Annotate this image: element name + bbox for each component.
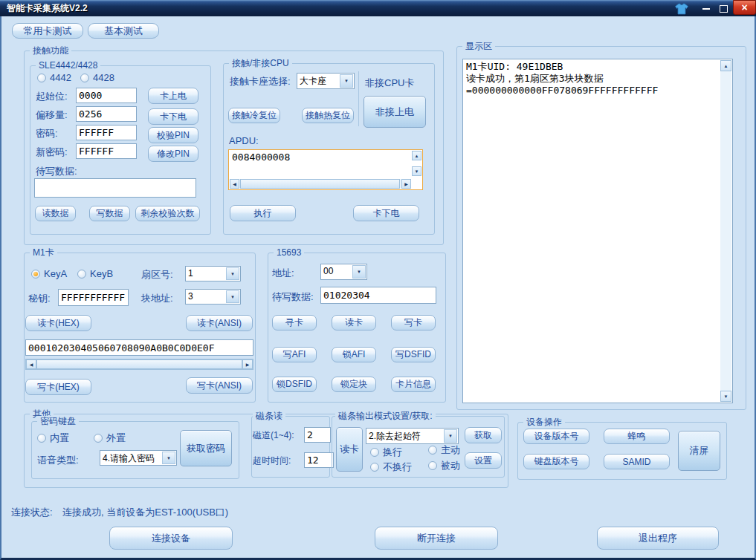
radio-4442-label: 4442 <box>50 72 71 83</box>
close-button[interactable]: × <box>733 0 756 15</box>
get-password-button[interactable]: 获取密码 <box>180 430 232 466</box>
address-label: 地址: <box>272 267 294 280</box>
seek-card-button[interactable]: 寻卡 <box>272 315 317 331</box>
verify-pin-button[interactable]: 校验PIN <box>148 127 198 143</box>
radio-4442[interactable]: 4442 <box>37 72 71 83</box>
voice-type-select[interactable]: 4.请输入密码 ▼ <box>100 450 177 466</box>
sector-select[interactable]: 1 ▼ <box>185 266 241 281</box>
socket-select[interactable]: 大卡座 ▼ <box>297 73 355 89</box>
display-scroll-up-icon[interactable]: ▲ <box>720 60 731 71</box>
chevron-down-icon[interactable]: ▼ <box>226 290 239 303</box>
mag-mode-get-button[interactable]: 获取 <box>465 427 502 443</box>
radio-newline[interactable]: 换行 <box>370 446 402 459</box>
write-afi-button[interactable]: 写AFI <box>272 347 317 362</box>
m1-hscroll-thumb[interactable] <box>36 359 242 369</box>
apdu-scroll-right-icon[interactable]: ▶ <box>401 179 411 189</box>
password-field[interactable] <box>76 125 137 140</box>
m1-data-field[interactable] <box>25 339 253 356</box>
read-card-hex-button[interactable]: 读卡(HEX) <box>25 315 91 331</box>
contact-hot-reset-button[interactable]: 接触热复位 <box>302 108 354 123</box>
new-password-label: 新密码: <box>36 146 68 159</box>
chevron-down-icon[interactable]: ▼ <box>444 429 457 443</box>
connect-device-button[interactable]: 连接设备 <box>109 527 233 550</box>
cpu-card-power-off-button[interactable]: 卡下电 <box>353 205 419 221</box>
new-password-field[interactable] <box>76 143 137 159</box>
radio-keyb[interactable]: KeyB <box>77 268 113 279</box>
mag-read-card-button[interactable]: 读卡 <box>336 427 363 472</box>
write-card-ansi-button[interactable]: 写卡(ANSI) <box>186 377 253 394</box>
block-select[interactable]: 3 ▼ <box>185 289 241 305</box>
tab-common-card-test[interactable]: 常用卡测试 <box>12 23 83 39</box>
write-card-hex-button[interactable]: 写卡(HEX) <box>25 379 91 395</box>
keyboard-version-button[interactable]: 键盘版本号 <box>523 454 589 469</box>
start-bit-field[interactable] <box>76 88 137 103</box>
radio-internal[interactable]: 内置 <box>37 432 69 445</box>
read-data-button[interactable]: 读数据 <box>35 206 76 221</box>
lock-afi-button[interactable]: 锁AFI <box>332 347 376 362</box>
exit-program-button[interactable]: 退出程序 <box>597 527 719 550</box>
read-card-button[interactable]: 读卡 <box>332 315 376 331</box>
device-version-button[interactable]: 设备版本号 <box>523 429 589 444</box>
password-label: 密码: <box>36 127 58 140</box>
read-card-ansi-button[interactable]: 读卡(ANSI) <box>186 315 253 331</box>
clear-screen-button[interactable]: 清屏 <box>678 431 720 471</box>
card-power-off-button[interactable]: 卡下电 <box>148 108 198 125</box>
skin-button[interactable] <box>673 2 691 15</box>
modify-pin-button[interactable]: 修改PIN <box>148 146 198 162</box>
lock-dsfid-button[interactable]: 锁DSFID <box>272 377 317 392</box>
mag-mode-set-button[interactable]: 设置 <box>465 452 502 469</box>
apdu-scroll-left-icon[interactable]: ◀ <box>230 179 239 189</box>
beep-button[interactable]: 蜂鸣 <box>604 429 670 444</box>
offset-label: 偏移量: <box>36 108 68 122</box>
radio-4428[interactable]: 4428 <box>80 72 114 83</box>
radio-newline-label: 换行 <box>383 446 402 459</box>
radio-active[interactable]: 主动 <box>428 443 460 457</box>
m1-hscroll-bar[interactable]: ◀ ▶ <box>25 359 253 370</box>
display-scroll-down-icon[interactable]: ▼ <box>720 391 731 402</box>
write-dsfid-button[interactable]: 写DSFID <box>391 347 436 362</box>
contactless-power-on-button[interactable]: 非接上电 <box>364 96 426 128</box>
radio-external[interactable]: 外置 <box>94 432 126 445</box>
contact-cold-reset-button[interactable]: 接触冷复位 <box>228 108 280 123</box>
chevron-down-icon[interactable]: ▼ <box>226 267 239 280</box>
timeout-field[interactable] <box>304 452 334 468</box>
write-data-field[interactable] <box>34 178 196 198</box>
chevron-down-icon[interactable]: ▼ <box>340 74 353 88</box>
execute-button[interactable]: 执行 <box>230 205 296 221</box>
address-select-value: 00 <box>321 264 352 279</box>
disconnect-button[interactable]: 断开连接 <box>375 527 498 550</box>
iso15693-write-data-field[interactable] <box>320 287 436 304</box>
key-field[interactable] <box>58 289 129 306</box>
tab-basic-test[interactable]: 基本测试 <box>88 23 159 39</box>
radio-no-newline[interactable]: 不换行 <box>370 460 412 474</box>
minimize-button[interactable] <box>699 3 714 14</box>
apdu-scroll-up-icon[interactable]: ▲ <box>412 151 421 160</box>
write-card-button[interactable]: 写卡 <box>391 315 436 331</box>
m1-scroll-right-icon[interactable]: ▶ <box>242 359 253 369</box>
maximize-button[interactable] <box>716 3 731 14</box>
samid-button[interactable]: SAMID <box>604 454 670 469</box>
skin-shirt-icon <box>674 3 689 15</box>
write-data-button[interactable]: 写数据 <box>89 206 130 221</box>
card-info-button[interactable]: 卡片信息 <box>391 377 436 392</box>
apdu-hscroll-thumb[interactable] <box>240 179 400 189</box>
maximize-icon <box>720 5 728 13</box>
minimize-icon <box>702 8 710 10</box>
offset-field[interactable] <box>76 106 137 122</box>
display-line-2: 读卡成功，第1扇区第3块块数据 <box>463 73 732 85</box>
track-field[interactable] <box>304 427 331 443</box>
address-select[interactable]: 00 ▼ <box>320 264 367 280</box>
chevron-down-icon[interactable]: ▼ <box>162 452 175 464</box>
remaining-verify-count-button[interactable]: 剩余校验次数 <box>135 206 200 221</box>
radio-passive[interactable]: 被动 <box>428 459 460 472</box>
apdu-input-area[interactable]: 0084000008 ▲ ▼ ◀ ▶ <box>228 149 423 190</box>
display-output-area[interactable]: M1卡UID: 49E1DBEB 读卡成功，第1扇区第3块块数据 =000000… <box>462 59 733 403</box>
card-power-on-button[interactable]: 卡上电 <box>148 88 198 104</box>
m1-scroll-left-icon[interactable]: ◀ <box>26 359 36 369</box>
radio-keya[interactable]: KeyA <box>31 268 67 279</box>
mag-mode-select[interactable]: 2.除去起始符 ▼ <box>366 428 459 444</box>
lock-block-button[interactable]: 锁定块 <box>332 377 376 392</box>
apdu-scroll-down-icon[interactable]: ▼ <box>412 166 421 176</box>
display-vscroll-track[interactable] <box>720 60 731 402</box>
chevron-down-icon[interactable]: ▼ <box>352 265 366 279</box>
